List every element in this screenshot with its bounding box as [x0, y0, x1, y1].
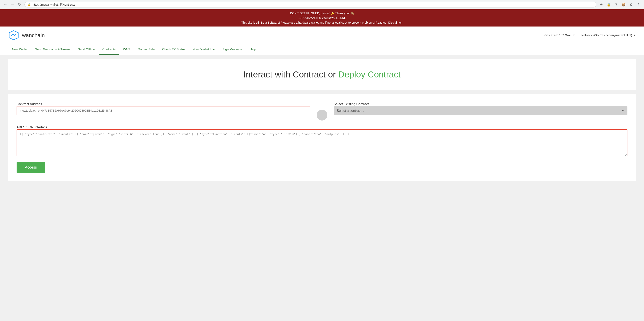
nav-item-sign-message[interactable]: Sign Message [219, 44, 246, 55]
abi-label: ABI / JSON Interface [16, 125, 48, 129]
downloads-button[interactable]: 📦 [621, 2, 626, 7]
forward-button[interactable]: → [10, 2, 15, 7]
network-label: Network WAN Testnet (mywanwallet.nl) [582, 33, 632, 37]
nav-item-send-wancoins[interactable]: Send Wancoins & Tokens [31, 44, 74, 55]
site-navigation: New Wallet Send Wancoins & Tokens Send O… [0, 44, 644, 55]
hero-title-part2: Deploy Contract [338, 70, 400, 79]
hero-title: Interact with Contract or Deploy Contrac… [16, 70, 628, 79]
nav-item-help[interactable]: Help [246, 44, 260, 55]
access-button[interactable]: Access [16, 162, 45, 173]
contract-address-label: Contract Address [16, 102, 42, 106]
help-button[interactable]: ? [613, 2, 619, 7]
lock-icon: 🔒 [28, 3, 31, 6]
bookmark-button[interactable]: ★ [598, 2, 604, 7]
banner-line2: 1. BOOKMARK MYWANWALLET.NL [4, 15, 640, 20]
header-right: Gas Price: 182 Gwei ▼ Network WAN Testne… [544, 33, 636, 37]
address-field-container: Contract Address [16, 102, 310, 115]
select-contract-container: Select Existing Contract Select a contra… [334, 102, 628, 115]
nav-item-send-offline[interactable]: Send Offline [74, 44, 98, 55]
extensions-button[interactable]: 🔒 [606, 2, 612, 7]
bookmark-link[interactable]: MYWANWALLET.NL [319, 16, 346, 19]
gas-price-label: Gas Price: [544, 33, 558, 37]
url-text: https://mywanwallet.nl/#contracts [32, 3, 593, 6]
logo-text: wanchain [22, 32, 45, 38]
form-section: Contract Address Select Existing Contrac… [8, 94, 636, 181]
nav-item-check-tx[interactable]: Check TX Status [158, 44, 189, 55]
address-row: Contract Address Select Existing Contrac… [16, 102, 628, 120]
select-contract-dropdown[interactable]: Select a contract...Token ContractCustom… [334, 106, 628, 115]
wanchain-logo-icon [8, 30, 19, 40]
nav-item-contracts[interactable]: Contracts [99, 44, 119, 55]
browser-chrome: ← → ↻ 🔒 https://mywanwallet.nl/#contract… [0, 0, 644, 9]
gas-price-value: 182 Gwei [559, 33, 572, 37]
select-contract-label: Select Existing Contract [334, 102, 369, 106]
disclaimer-link[interactable]: Disclaimer [388, 21, 402, 24]
hero-section: Interact with Contract or Deploy Contrac… [8, 59, 636, 90]
reload-button[interactable]: ↻ [16, 2, 22, 7]
nav-item-view-wallet[interactable]: View Wallet Info [189, 44, 219, 55]
back-button[interactable]: ← [2, 2, 8, 7]
network-info: Network WAN Testnet (mywanwallet.nl) ▼ [582, 33, 636, 37]
main-content: Interact with Contract or Deploy Contrac… [0, 55, 644, 185]
abi-row: ABI / JSON Interface [16, 125, 628, 157]
recycle-button[interactable]: ♻ [628, 2, 634, 7]
menu-button[interactable]: ⋮ [636, 2, 642, 7]
logo-area: wanchain [8, 30, 45, 40]
form-divider [316, 102, 328, 120]
browser-nav-buttons: ← → ↻ [2, 2, 22, 7]
address-bar[interactable]: 🔒 https://mywanwallet.nl/#contracts [24, 2, 596, 7]
phishing-banner: DON'T GET PHISHED, please! 🔑 Thank you! … [0, 9, 644, 26]
banner-line1: DON'T GET PHISHED, please! 🔑 Thank you! … [4, 11, 640, 15]
banner-line3: This site is still Beta Software! Please… [4, 20, 640, 25]
contract-address-input[interactable] [16, 106, 310, 115]
site-header: wanchain Gas Price: 182 Gwei ▼ Network W… [0, 26, 644, 44]
gas-dropdown-button[interactable]: ▼ [573, 34, 575, 37]
divider-circle [316, 110, 328, 120]
gas-price-info: Gas Price: 182 Gwei ▼ [544, 33, 575, 37]
network-dropdown-button[interactable]: ▼ [633, 34, 636, 37]
nav-item-wns[interactable]: WNS [119, 44, 134, 55]
nav-item-new-wallet[interactable]: New Wallet [8, 44, 31, 55]
abi-textarea[interactable] [16, 129, 628, 156]
browser-action-buttons: ★ 🔒 ? 📦 ♻ ⋮ [598, 2, 642, 7]
hero-title-part1: Interact with Contract or [244, 70, 338, 79]
nav-item-domain-sale[interactable]: DomainSale [134, 44, 158, 55]
